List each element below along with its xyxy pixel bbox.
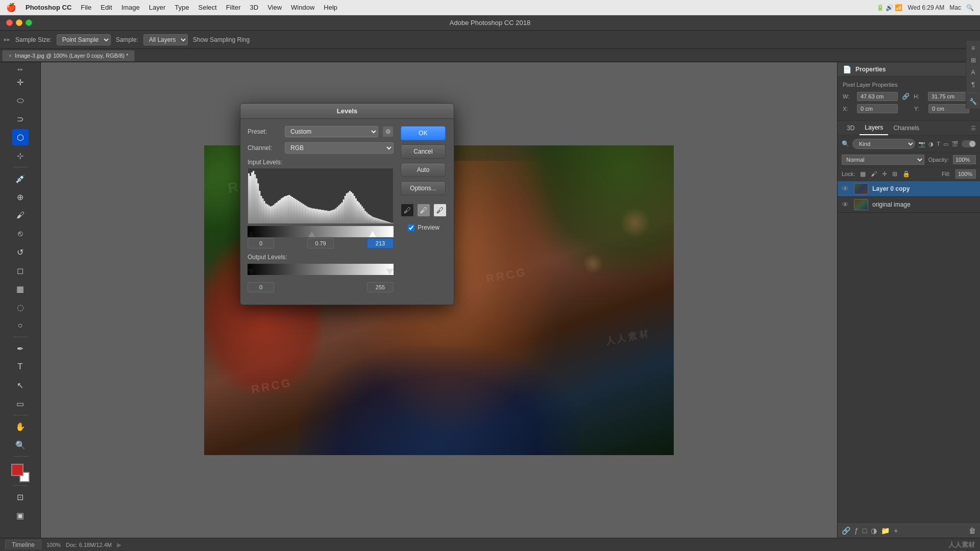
preset-select[interactable]: Custom Default [285,126,378,137]
midpoint-slider[interactable] [308,231,315,237]
levels-dialog[interactable]: Levels Preset: Custom Default [240,103,454,305]
screen-mode-tool[interactable]: ▣ [12,507,29,523]
tab-layers[interactable]: Layers [860,121,888,135]
eraser-tool[interactable]: ◻ [12,262,29,279]
menu-view[interactable]: View [267,4,282,11]
preview-checkbox[interactable] [408,224,414,231]
input-black-value[interactable] [248,238,274,248]
add-style-btn[interactable]: ƒ [854,527,859,535]
lasso-tool[interactable]: ⊃ [12,111,29,127]
apple-icon[interactable]: 🍎 [6,3,16,12]
image-tab[interactable]: × Image-3.jpg @ 100% (Layer 0 copy, RGB/… [2,50,135,61]
channel-select[interactable]: RGB Red Green Blue [285,142,394,154]
foreground-color[interactable] [11,464,23,476]
lock-transparency-icon[interactable]: ▦ [860,170,866,178]
arrow-icon[interactable]: ▶ [117,541,121,548]
app-name[interactable]: Photoshop CC [26,4,71,11]
timeline-tab[interactable]: Timeline [5,540,41,549]
move-tool[interactable]: ✛ [12,74,29,90]
traffic-lights[interactable] [6,19,32,26]
output-slider-track[interactable] [248,264,394,275]
opacity-input[interactable] [953,155,976,164]
maximize-button[interactable] [26,19,32,26]
filter-pixel-icon[interactable]: 📷 [918,141,925,147]
healing-tool[interactable]: ⊕ [12,189,29,205]
canvas-area[interactable]: RRCG RRCG RRCG 人人素材 Levels [41,62,837,538]
quick-select-tool[interactable]: ⬡ [12,129,29,145]
crop-tool[interactable]: ⊹ [12,147,29,164]
marquee-tool[interactable]: ⬭ [12,92,29,109]
menu-image[interactable]: Image [121,4,140,11]
menu-layer[interactable]: Layer [149,4,166,11]
options-button[interactable]: Options... [401,181,446,195]
white-point-slider[interactable] [369,231,376,237]
w-input[interactable] [857,92,898,101]
kind-filter[interactable]: Kind [852,139,915,149]
side-icon-5[interactable]: 🔧 [968,96,978,107]
layer-0-visibility-icon[interactable]: 👁 [842,185,850,193]
link-layers-btn[interactable]: 🔗 [842,527,850,535]
tab-close-icon[interactable]: × [9,53,12,59]
menu-file[interactable]: File [81,4,91,11]
tab-3d[interactable]: 3D [842,121,860,135]
gradient-tool[interactable]: ▦ [12,281,29,297]
filter-toggle[interactable] [962,140,976,147]
input-slider-track[interactable] [248,226,394,237]
filter-shape-icon[interactable]: ▭ [943,141,948,147]
gray-eyedropper[interactable]: 🖋 [417,204,430,217]
menu-edit[interactable]: Edit [101,4,112,11]
side-icon-2[interactable]: ⊞ [969,62,977,65]
tab-channels[interactable]: Channels [888,121,924,135]
new-layer-btn[interactable]: + [894,527,898,535]
shape-tool[interactable]: ▭ [12,395,29,412]
lock-all-icon[interactable]: 🔒 [902,170,910,178]
hand-tool[interactable]: ✋ [12,418,29,435]
y-input[interactable] [928,104,969,113]
input-mid-value[interactable] [307,238,334,248]
text-tool[interactable]: T [12,359,29,375]
lock-artboard-icon[interactable]: ⊞ [892,170,897,178]
search-menubar-icon[interactable]: 🔍 [966,4,974,11]
input-white-value[interactable] [367,238,394,248]
output-white-slider[interactable] [386,269,394,275]
layer-1-visibility-icon[interactable]: 👁 [842,201,850,209]
toolbar-collapse-icon[interactable]: ▸▸ [18,66,23,72]
new-adjustment-btn[interactable]: ◑ [871,527,877,535]
blur-tool[interactable]: ◌ [12,299,29,315]
output-black-value[interactable] [248,282,274,292]
menu-filter[interactable]: Filter [226,4,241,11]
collapse-icon[interactable]: ▸▸ [4,36,10,43]
cancel-button[interactable]: Cancel [401,144,446,159]
side-icon-3[interactable]: A [969,67,976,78]
brush-tool[interactable]: 🖌 [12,207,29,223]
menu-3d[interactable]: 3D [250,4,259,11]
delete-layer-btn[interactable]: 🗑 [969,527,976,535]
x-input[interactable] [857,104,898,113]
quick-mask-tool[interactable]: ⊡ [12,489,29,505]
eyedropper-tool[interactable]: 💉 [12,170,29,187]
fill-input[interactable] [955,169,976,179]
menu-window[interactable]: Window [291,4,314,11]
menu-type[interactable]: Type [175,4,189,11]
filter-adj-icon[interactable]: ◑ [928,141,934,147]
side-icon-4[interactable]: ¶ [970,80,976,90]
black-point-slider[interactable] [248,231,255,237]
ok-button[interactable]: OK [401,126,446,140]
sample-size-select[interactable]: Point Sample [57,34,111,45]
sample-value-select[interactable]: All Layers [143,34,188,45]
pen-tool[interactable]: ✒ [12,340,29,357]
menu-help[interactable]: Help [324,4,337,11]
zoom-tool[interactable]: 🔍 [12,437,29,453]
output-white-value[interactable] [367,282,394,292]
blend-mode-select[interactable]: Normal Multiply Screen [842,155,924,165]
clone-tool[interactable]: ⎋ [12,226,29,242]
white-eyedropper[interactable]: 🖋 [433,204,447,217]
lock-paint-icon[interactable]: 🖌 [871,170,877,178]
h-input[interactable] [928,92,969,101]
dodge-tool[interactable]: ○ [12,317,29,334]
minimize-button[interactable] [16,19,22,26]
close-button[interactable] [6,19,13,26]
filter-type-icon[interactable]: T [937,141,940,147]
auto-button[interactable]: Auto [401,163,446,177]
add-mask-btn[interactable]: □ [863,527,867,535]
